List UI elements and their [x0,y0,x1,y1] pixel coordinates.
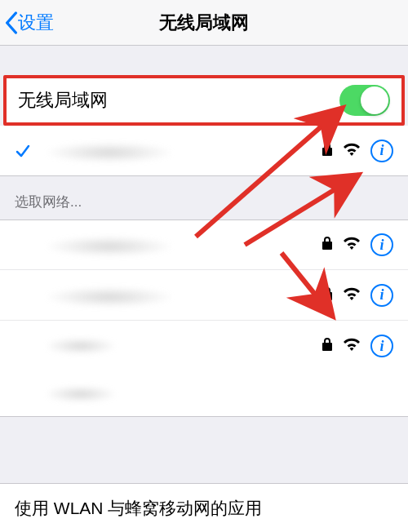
lock-icon [322,335,333,357]
wlan-apps-cell[interactable]: 使用 WLAN 与蜂窝移动网的应用 [0,483,408,532]
wifi-icon [343,140,361,162]
network-name [44,385,118,403]
info-icon[interactable]: i [370,140,393,162]
choose-network-header: 选取网络... [0,176,408,219]
network-name [44,286,322,304]
chevron-left-icon [5,11,18,34]
checkmark-icon [15,143,44,159]
connected-network-cell[interactable]: i [0,126,408,176]
wifi-icon [343,335,361,357]
info-icon[interactable]: i [370,233,393,256]
connected-network-name [44,142,322,160]
network-row[interactable]: i [0,219,408,270]
wifi-toggle-cell[interactable]: 无线局域网 [3,75,405,126]
wifi-toggle-label: 无线局域网 [18,88,108,113]
network-row[interactable]: i [0,270,408,321]
wifi-icon [343,285,361,306]
info-icon[interactable]: i [370,284,393,307]
network-name [44,337,322,355]
network-row-partial[interactable] [0,371,408,417]
network-list: i i i [0,219,408,417]
navbar: 设置 无线局域网 [0,0,408,46]
wlan-apps-label: 使用 WLAN 与蜂窝移动网的应用 [15,497,262,520]
info-icon[interactable]: i [370,335,393,357]
network-row[interactable]: i [0,321,408,371]
page-title: 无线局域网 [0,11,408,35]
network-name [44,236,322,254]
lock-icon [322,285,333,306]
back-label: 设置 [18,11,54,35]
lock-icon [322,140,333,162]
back-button[interactable]: 设置 [0,11,54,35]
lock-icon [322,234,333,255]
wifi-icon [343,234,361,255]
wifi-toggle-switch[interactable] [339,85,390,116]
